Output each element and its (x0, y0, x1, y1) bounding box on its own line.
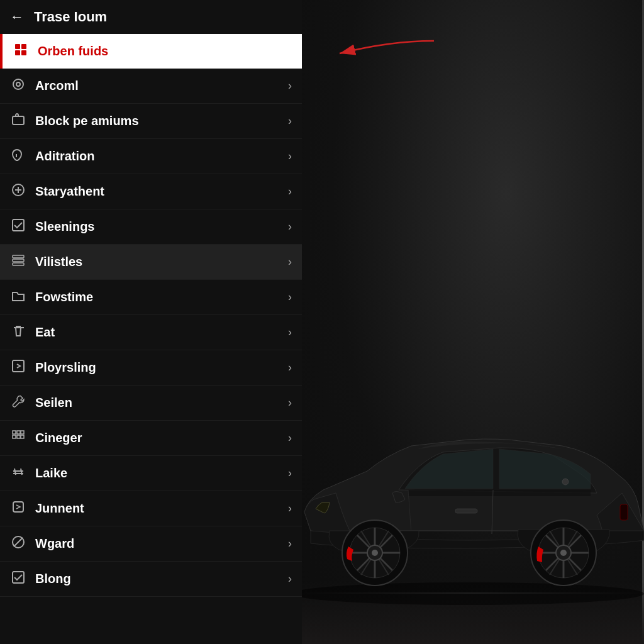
svg-rect-55 (620, 504, 628, 520)
svg-rect-21 (21, 435, 24, 438)
sidebar-item-blong[interactable]: Blong › (0, 562, 302, 597)
page-title: Trase Ioum (34, 9, 107, 25)
sidebar-item-cineger[interactable]: Cineger › (0, 421, 302, 456)
right-panel (302, 0, 644, 644)
svg-rect-16 (13, 431, 16, 434)
chevron-icon: › (288, 467, 292, 480)
svg-rect-15 (13, 360, 24, 372)
chevron-icon: › (288, 185, 292, 198)
chevron-icon: › (288, 396, 292, 409)
chevron-icon: › (288, 537, 292, 550)
arrow-annotation (327, 35, 440, 66)
rounded-box-icon (10, 500, 26, 517)
svg-rect-17 (17, 431, 20, 434)
hash-icon (10, 465, 26, 482)
chevron-icon: › (288, 79, 292, 92)
sidebar-item-staryathent[interactable]: Staryathent › (0, 174, 302, 209)
svg-rect-54 (455, 509, 477, 513)
svg-point-53 (560, 550, 567, 556)
export-icon (10, 359, 26, 376)
svg-point-56 (562, 479, 569, 485)
sidebar-item-eat[interactable]: Eat › (0, 315, 302, 350)
active-menu-item[interactable]: Orben fuids (0, 34, 302, 69)
svg-rect-6 (13, 116, 24, 125)
sidebar: ← Trase Ioum Orben fuids Arcoml › (0, 0, 302, 644)
svg-rect-12 (13, 255, 24, 258)
chevron-icon: › (288, 291, 292, 304)
sidebar-item-block-pe-amiums[interactable]: Block pe amiums › (0, 104, 302, 139)
cineger-label: Cineger (35, 431, 288, 445)
aditration-label: Aditration (35, 149, 288, 164)
active-item-label: Orben fuids (38, 44, 292, 58)
menu-list: Arcoml › Block pe amiums › Aditration › … (0, 69, 302, 597)
svg-rect-19 (13, 435, 16, 438)
chevron-icon: › (288, 431, 292, 445)
slash-circle-icon (10, 535, 26, 552)
svg-rect-20 (17, 435, 20, 438)
junnent-label: Junnent (35, 501, 288, 516)
grid-small-icon (10, 430, 26, 447)
svg-rect-29 (13, 572, 24, 583)
chevron-icon: › (288, 255, 292, 269)
sidebar-item-fowstime[interactable]: Fowstime › (0, 280, 302, 315)
case-icon (10, 113, 26, 130)
svg-rect-0 (15, 44, 20, 49)
sidebar-item-junnent[interactable]: Junnent › (0, 491, 302, 526)
sidebar-item-sleenings[interactable]: Sleenings › (0, 209, 302, 245)
svg-point-4 (13, 79, 23, 89)
svg-point-43 (372, 550, 378, 556)
header: ← Trase Ioum (0, 0, 302, 34)
svg-rect-13 (13, 259, 24, 262)
svg-rect-1 (21, 44, 26, 49)
svg-rect-2 (15, 50, 20, 55)
car-image (302, 367, 644, 606)
chevron-icon: › (288, 150, 292, 163)
chevron-icon: › (288, 326, 292, 339)
arcoml-label: Arcoml (35, 79, 288, 93)
sidebar-item-ployrsling[interactable]: Ployrsling › (0, 350, 302, 386)
chevron-icon: › (288, 220, 292, 233)
grid-icon (13, 43, 29, 60)
chevron-icon: › (288, 502, 292, 515)
svg-line-28 (14, 538, 23, 547)
chevron-icon: › (288, 572, 292, 586)
wgard-label: Wgard (35, 536, 288, 551)
hand-icon (10, 148, 26, 165)
folder-icon (10, 289, 26, 306)
list-icon (10, 253, 26, 270)
fowstime-label: Fowstime (35, 290, 288, 304)
sidebar-item-wgard[interactable]: Wgard › (0, 526, 302, 562)
svg-rect-3 (21, 50, 26, 55)
svg-rect-11 (13, 219, 24, 231)
sidebar-item-laike[interactable]: Laike › (0, 456, 302, 491)
sidebar-item-seilen[interactable]: Seilen › (0, 386, 302, 421)
plus-circle-icon (10, 183, 26, 200)
checkbox-icon (10, 218, 26, 235)
sidebar-item-arcoml[interactable]: Arcoml › (0, 69, 302, 104)
eat-label: Eat (35, 325, 288, 340)
back-button[interactable]: ← (10, 9, 24, 25)
sidebar-item-vilistles[interactable]: Vilistles › (0, 245, 302, 280)
circle-icon (10, 77, 26, 94)
wrench-icon (10, 394, 26, 411)
chevron-icon: › (288, 114, 292, 128)
laike-label: Laike (35, 466, 288, 480)
ployrsling-label: Ployrsling (35, 360, 288, 375)
svg-point-5 (16, 82, 20, 86)
svg-point-31 (302, 582, 644, 605)
seilen-label: Seilen (35, 396, 288, 410)
blong-label: Blong (35, 572, 288, 586)
sleenings-label: Sleenings (35, 219, 288, 234)
block-pe-amiums-label: Block pe amiums (35, 114, 288, 128)
svg-rect-26 (13, 502, 23, 512)
trash-icon (10, 324, 26, 341)
svg-rect-18 (21, 431, 24, 434)
checkbox2-icon (10, 570, 26, 587)
staryathent-label: Staryathent (35, 184, 288, 199)
svg-rect-14 (13, 263, 24, 265)
sidebar-item-aditration[interactable]: Aditration › (0, 139, 302, 174)
chevron-icon: › (288, 361, 292, 374)
vilistles-label: Vilistles (35, 255, 288, 269)
